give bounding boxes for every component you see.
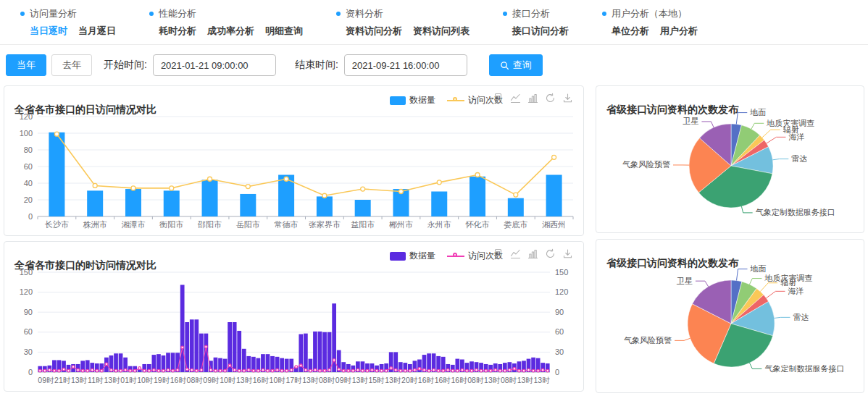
save-as-image-icon[interactable]	[562, 248, 573, 259]
data-view-icon[interactable]	[493, 248, 504, 259]
legend-item-数据量[interactable]: 数据量	[390, 94, 435, 106]
bar[interactable]	[322, 332, 327, 372]
bar[interactable]	[87, 190, 103, 216]
bar[interactable]	[470, 177, 485, 216]
svg-text:怀化市: 怀化市	[465, 220, 490, 229]
bar[interactable]	[180, 285, 185, 372]
restore-icon[interactable]	[545, 93, 556, 104]
svg-text:120: 120	[555, 287, 568, 296]
nav-link-4-0[interactable]: 单位分析	[612, 25, 649, 38]
line-marker	[498, 369, 501, 372]
svg-text:150: 150	[555, 268, 568, 277]
nav-link-1-0[interactable]: 耗时分析	[159, 25, 196, 38]
bar[interactable]	[317, 196, 333, 216]
line-marker	[205, 345, 208, 348]
bar[interactable]	[240, 194, 256, 216]
nav-link-1-1[interactable]: 成功率分析	[207, 25, 254, 38]
switch-to-bar-icon[interactable]	[527, 93, 538, 104]
bar[interactable]	[194, 319, 199, 372]
bar[interactable]	[355, 200, 371, 216]
svg-text:湘西州: 湘西州	[542, 220, 566, 229]
bar[interactable]	[164, 190, 180, 216]
line-marker	[466, 369, 469, 372]
pie-canvas[interactable]: 地面地质灾害调查辐射海洋雷达气象定制数据服务接口气象风险预警卫星	[596, 108, 864, 232]
last-year-button[interactable]: 去年	[51, 54, 92, 76]
bar[interactable]	[242, 349, 246, 372]
svg-text:150: 150	[20, 268, 33, 277]
save-as-image-icon[interactable]	[562, 93, 573, 104]
bar[interactable]	[185, 322, 189, 372]
bar[interactable]	[304, 334, 308, 372]
svg-text:20时: 20时	[401, 376, 418, 384]
pie-canvas[interactable]: 地面地质灾害调查辐射海洋雷达气象定制数据服务接口气象风险预警卫星	[596, 261, 864, 392]
nav-link-3-0[interactable]: 接口访问分析	[512, 25, 569, 38]
start-time-input[interactable]	[153, 54, 276, 76]
daily-access-chart[interactable]: 020406080100120长沙市株洲市湘潭市衡阳市邵阳市岳阳市常德市张家界市…	[4, 109, 583, 238]
switch-to-line-icon[interactable]	[510, 248, 521, 259]
bar[interactable]	[508, 198, 524, 216]
province-access-pie-1[interactable]: 地面地质灾害调查辐射海洋雷达气象定制数据服务接口气象风险预警卫星	[596, 108, 864, 235]
line-marker	[404, 369, 407, 372]
nav-group-1: 性能分析耗时分析成功率分析明细查询	[149, 7, 303, 44]
legend-item-数据量[interactable]: 数据量	[390, 250, 435, 262]
line-marker	[328, 368, 331, 371]
line-marker	[138, 367, 141, 370]
pie-label: 卫星	[676, 277, 693, 285]
nav-link-0-1[interactable]: 当月逐日	[78, 25, 116, 38]
left-column: 全省各市接口的日访问情况对比 数据量访问次数 020406080100120长沙…	[4, 85, 584, 393]
bar[interactable]	[199, 334, 204, 372]
line-marker	[513, 368, 516, 371]
nav-link-0-0[interactable]: 当日逐时	[30, 25, 67, 38]
hourly-access-chart[interactable]: 0030306060909012012015015009时21时13时11时13…	[4, 265, 583, 394]
svg-text:08时: 08时	[319, 376, 335, 384]
switch-to-bar-icon[interactable]	[527, 248, 538, 259]
pie-label: 地面	[750, 264, 767, 273]
line-marker	[181, 346, 184, 349]
svg-text:11时: 11时	[88, 376, 104, 384]
end-time-input[interactable]	[344, 54, 467, 76]
svg-text:30: 30	[555, 347, 564, 356]
province-pie-card-1: 省级接口访问资料的次数发布 地面地质灾害调查辐射海洋雷达气象定制数据服务接口气象…	[596, 85, 864, 233]
bar[interactable]	[125, 189, 141, 216]
line-marker	[423, 368, 426, 371]
svg-text:长沙市: 长沙市	[44, 220, 69, 229]
bar[interactable]	[431, 192, 447, 217]
bar[interactable]	[49, 132, 64, 216]
nav-link-4-1[interactable]: 用户分析	[660, 25, 698, 38]
line-marker	[504, 369, 506, 372]
bar[interactable]	[318, 332, 322, 372]
line-marker	[518, 369, 521, 372]
chart-canvas[interactable]: 0030306060909012012015015009时21时13时11时13…	[4, 265, 583, 391]
bar[interactable]	[202, 180, 218, 216]
bar[interactable]	[313, 332, 317, 372]
line-marker	[300, 364, 303, 367]
line-marker	[338, 368, 341, 371]
line-marker	[356, 368, 359, 371]
restore-icon[interactable]	[545, 248, 556, 259]
nav-group-links: 当日逐时当月逐日	[30, 25, 116, 38]
nav-group-links: 接口访问分析	[512, 25, 569, 38]
query-button[interactable]: 查询	[489, 54, 543, 76]
province-access-pie-2[interactable]: 地面地质灾害调查辐射海洋雷达气象定制数据服务接口气象风险预警卫星	[596, 261, 864, 395]
switch-to-line-icon[interactable]	[510, 93, 521, 104]
line-marker	[143, 369, 146, 372]
nav-link-2-0[interactable]: 资料访问分析	[346, 25, 402, 38]
bar[interactable]	[237, 331, 241, 372]
bar[interactable]	[190, 319, 194, 372]
svg-text:60: 60	[555, 327, 564, 336]
bar[interactable]	[233, 322, 237, 372]
line-marker	[267, 369, 270, 372]
nav-link-2-1[interactable]: 资料访问列表	[413, 25, 470, 38]
nav-link-1-2[interactable]: 明细查询	[265, 25, 303, 38]
current-year-button[interactable]: 当年	[6, 54, 46, 76]
chart-canvas[interactable]: 020406080100120长沙市株洲市湘潭市衡阳市邵阳市岳阳市常德市张家界市…	[4, 109, 583, 235]
line-marker	[96, 369, 99, 372]
line-marker	[105, 363, 108, 366]
svg-text:13时: 13时	[302, 376, 319, 384]
bar[interactable]	[546, 175, 562, 217]
line-marker	[485, 369, 488, 372]
line-marker	[532, 369, 535, 372]
line-marker	[196, 369, 199, 372]
data-view-icon[interactable]	[493, 93, 504, 104]
svg-text:0: 0	[555, 368, 559, 376]
